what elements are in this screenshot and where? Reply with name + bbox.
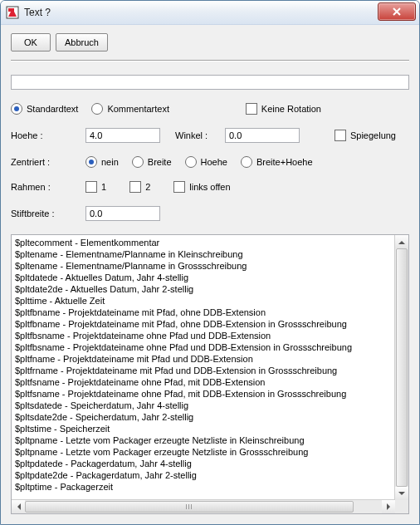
radio-standardtext[interactable]: Standardtext — [11, 103, 78, 115]
dialog-buttons: OK Abbruch — [11, 33, 409, 52]
check-label: links offen — [189, 182, 230, 192]
radio-kommentartext[interactable]: Kommentartext — [91, 103, 169, 115]
scroll-left-button[interactable] — [12, 500, 25, 513]
angle-input[interactable] — [225, 128, 300, 143]
radio-label: Standardtext — [27, 104, 78, 114]
radio-center-width[interactable]: Breite — [132, 156, 172, 168]
chevron-right-icon — [387, 503, 393, 510]
list-item[interactable]: $pltecomment - Elementkommentar — [15, 237, 392, 248]
scrollbar-corner — [395, 500, 408, 513]
penwidth-label: Stiftbreite : — [11, 209, 85, 218]
client-area: OK Abbruch Standardtext Kommentartext Ke… — [1, 25, 419, 524]
titlebar[interactable]: Text ? — [1, 1, 419, 25]
angle-label: Winkel : — [175, 130, 225, 140]
radio-label: nein — [101, 157, 119, 167]
list-item[interactable]: $pltfbname - Projektdateiname mit Pfad, … — [15, 318, 392, 330]
dialog-window: Text ? OK Abbruch Standardtext Kommentar… — [0, 0, 420, 525]
radio-label: Breite — [148, 157, 172, 167]
list-item[interactable]: $plttime - Aktuelle Zeit — [15, 295, 392, 307]
radio-label: Breite+Hoehe — [256, 157, 313, 167]
radio-center-none[interactable]: nein — [85, 156, 119, 168]
list-item[interactable]: $pltpdate2de - Packagerdatum, Jahr 2-ste… — [15, 469, 392, 481]
list-item[interactable]: $pltsdate2de - Speicherdatum, Jahr 2-ste… — [15, 411, 392, 423]
check-label: 1 — [101, 182, 106, 192]
penwidth-row: Stiftbreite : — [11, 206, 409, 221]
penwidth-input[interactable] — [85, 206, 160, 221]
check-label: 2 — [145, 182, 150, 192]
list-item[interactable]: $pltfrname - Projektdateiname mit Pfad u… — [15, 365, 392, 376]
text-input[interactable] — [11, 75, 409, 90]
list-item[interactable]: $pltename - Elementname/Planname in Klei… — [15, 248, 392, 260]
list-item[interactable]: $pltfsname - Projektdateiname ohne Pfad,… — [15, 388, 392, 400]
chevron-up-icon — [398, 238, 405, 244]
frame-label: Rahmen : — [11, 182, 85, 192]
variable-list-content: $pltecomment - Elementkommentar$pltename… — [12, 235, 395, 500]
list-item[interactable]: $pltfbsname - Projektdateiname ohne Pfad… — [15, 330, 392, 341]
list-item[interactable]: $pltpdatede - Packagerdatum, Jahr 4-stel… — [15, 458, 392, 469]
text-input-row — [11, 75, 409, 90]
check-frame-2[interactable]: 2 — [129, 181, 150, 193]
list-item[interactable]: $pltstime - Speicherzeit — [15, 423, 392, 434]
height-label: Hoehe : — [11, 130, 85, 140]
list-item[interactable]: $pltsdatede - Speicherdatum, Jahr 4-stel… — [15, 400, 392, 411]
height-input[interactable] — [85, 128, 160, 143]
scroll-down-button[interactable] — [395, 487, 408, 500]
radio-label: Hoehe — [201, 157, 227, 167]
close-button[interactable] — [378, 2, 416, 21]
window-title: Text ? — [24, 7, 51, 18]
check-frame-1[interactable]: 1 — [85, 181, 106, 193]
scroll-track[interactable] — [395, 248, 408, 487]
variable-listbox[interactable]: $pltecomment - Elementkommentar$pltename… — [11, 234, 409, 514]
radio-center-height[interactable]: Hoehe — [185, 156, 227, 168]
svg-rect-1 — [8, 8, 14, 12]
list-item[interactable]: $pltpname - Letzte vom Packager erzeugte… — [15, 446, 392, 458]
list-item[interactable]: $pltfname - Projektdateiname mit Pfad un… — [15, 353, 392, 365]
scroll-track[interactable] — [25, 500, 382, 513]
separator — [11, 60, 409, 61]
scroll-thumb[interactable] — [396, 248, 408, 487]
text-type-row: Standardtext Kommentartext Keine Rotatio… — [11, 103, 409, 115]
check-keine-rotation[interactable]: Keine Rotation — [246, 103, 321, 115]
dimensions-row: Hoehe : Winkel : Spiegelung — [11, 128, 409, 143]
list-item[interactable]: $pltfbsname - Projektdateiname ohne Pfad… — [15, 341, 392, 353]
list-item[interactable]: $pltdate2de - Aktuelles Datum, Jahr 2-st… — [15, 283, 392, 295]
frame-row: Rahmen : 1 2 links offen — [11, 181, 409, 193]
radio-center-both[interactable]: Breite+Hoehe — [241, 156, 313, 168]
centered-row: Zentriert : nein Breite Hoehe Breite+Hoe… — [11, 156, 409, 168]
list-item[interactable]: $pltename - Elementname/Planname in Gros… — [15, 260, 392, 272]
scroll-up-button[interactable] — [395, 235, 408, 248]
list-item[interactable]: $pltfsname - Projektdateiname ohne Pfad,… — [15, 376, 392, 388]
horizontal-scrollbar[interactable] — [12, 499, 395, 513]
close-icon — [393, 7, 401, 16]
chevron-down-icon — [398, 492, 405, 498]
vertical-scrollbar[interactable] — [394, 235, 408, 500]
list-item[interactable]: $pltfbname - Projektdateiname mit Pfad, … — [15, 307, 392, 318]
centered-label: Zentriert : — [11, 157, 85, 167]
app-icon — [6, 6, 19, 19]
scroll-thumb[interactable] — [25, 501, 354, 513]
check-label: Keine Rotation — [261, 104, 321, 114]
list-item[interactable]: $pltdatede - Aktuelles Datum, Jahr 4-ste… — [15, 272, 392, 283]
cancel-button[interactable]: Abbruch — [56, 33, 108, 52]
ok-button[interactable]: OK — [11, 33, 51, 52]
list-item[interactable]: $pltpname - Letzte vom Packager erzeugte… — [15, 434, 392, 446]
check-label: Spiegelung — [350, 130, 396, 140]
scroll-right-button[interactable] — [382, 500, 395, 513]
check-links-offen[interactable]: links offen — [173, 181, 230, 193]
chevron-left-icon — [14, 503, 21, 510]
list-item[interactable]: $pltptime - Packagerzeit — [15, 481, 392, 493]
radio-label: Kommentartext — [107, 104, 169, 114]
check-spiegelung[interactable]: Spiegelung — [335, 130, 396, 141]
